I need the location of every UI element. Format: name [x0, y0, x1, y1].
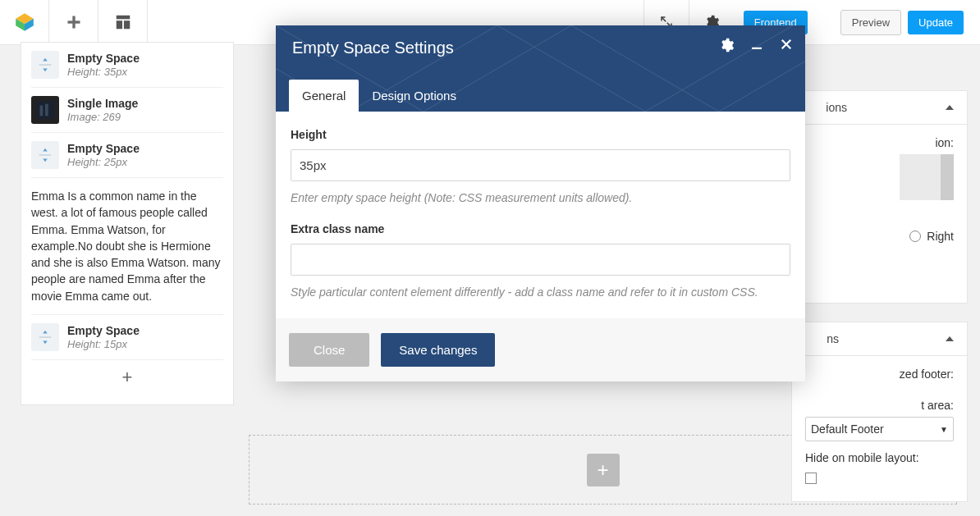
extra-class-input[interactable] [291, 244, 790, 276]
tree-item-empty-space[interactable]: Empty Space Height: 15px [31, 314, 223, 359]
height-label: Height [291, 128, 790, 141]
save-changes-button[interactable]: Save changes [381, 333, 495, 367]
tree-item-title: Empty Space [67, 324, 140, 338]
tree-item-subtitle: Height: 15px [67, 338, 140, 351]
tree-sidebar: Empty Space Height: 35px Single Image Im… [0, 45, 234, 505]
area-label: t area: [805, 399, 954, 412]
svg-rect-7 [123, 21, 129, 29]
update-button[interactable]: Update [908, 11, 964, 34]
svg-rect-8 [39, 64, 52, 66]
tree-item-empty-space[interactable]: Empty Space Height: 35px [31, 43, 223, 87]
hide-mobile-checkbox[interactable] [805, 473, 817, 484]
collapse-caret-icon [946, 105, 954, 110]
empty-space-icon [31, 323, 59, 351]
svg-rect-13 [39, 336, 52, 338]
preview-button[interactable]: Preview [840, 10, 901, 35]
modal-minimize-icon[interactable] [749, 37, 764, 53]
templates-button[interactable] [98, 0, 148, 45]
add-content-button[interactable]: + [587, 454, 620, 486]
hide-mobile-label: Hide on mobile layout: [805, 451, 954, 464]
svg-rect-5 [116, 16, 130, 20]
modal-close-icon[interactable] [779, 37, 794, 53]
position-label: ion: [805, 136, 954, 149]
panel-header[interactable]: ns [791, 322, 968, 356]
image-thumb-icon [31, 96, 59, 124]
tree-item-text-block[interactable]: Emma Is a common name in the west. a lot… [31, 177, 223, 314]
tree-item-title: Empty Space [67, 142, 140, 156]
modal-settings-icon[interactable] [718, 37, 735, 53]
footer-area-select[interactable]: Default Footer▼ [805, 417, 954, 441]
svg-rect-10 [40, 106, 44, 116]
svg-rect-6 [116, 21, 121, 29]
position-right-radio[interactable] [909, 231, 921, 242]
panel-header[interactable]: ions [791, 90, 968, 125]
tree-item-subtitle: Height: 25px [67, 156, 140, 169]
settings-modal: Empty Space Settings General Design Opti… [276, 25, 805, 381]
tree-item-title: Single Image [67, 97, 138, 111]
height-input[interactable] [291, 149, 790, 181]
position-preview-icon[interactable] [900, 154, 954, 200]
tree-item-subtitle: Height: 35px [67, 66, 140, 79]
tree-item-single-image[interactable]: Single Image Image: 269 [31, 87, 223, 132]
right-sidebar: ions ion: Right ns zed footer: t area: D… [791, 90, 968, 502]
collapse-caret-icon [946, 336, 954, 341]
tab-design-options[interactable]: Design Options [359, 80, 469, 112]
svg-rect-11 [45, 104, 48, 116]
close-button[interactable]: Close [289, 333, 369, 367]
empty-space-icon [31, 51, 59, 79]
footer-label: zed footer: [805, 368, 954, 381]
extra-class-label: Extra class name [291, 222, 790, 235]
extra-class-hint: Style particular content element differe… [291, 285, 790, 299]
add-element-button[interactable] [49, 0, 98, 45]
tree-item-subtitle: Image: 269 [67, 111, 138, 124]
empty-space-icon [31, 141, 59, 169]
tree-item-title: Empty Space [67, 52, 140, 66]
wpbakery-logo-icon [0, 0, 49, 45]
tab-general[interactable]: General [289, 80, 359, 112]
height-hint: Enter empty space height (Note: CSS meas… [291, 191, 790, 204]
svg-rect-4 [67, 21, 80, 23]
add-element-plus-button[interactable]: + [31, 359, 223, 395]
svg-rect-14 [752, 48, 762, 49]
svg-rect-12 [39, 154, 52, 156]
tree-item-empty-space[interactable]: Empty Space Height: 25px [31, 132, 223, 177]
